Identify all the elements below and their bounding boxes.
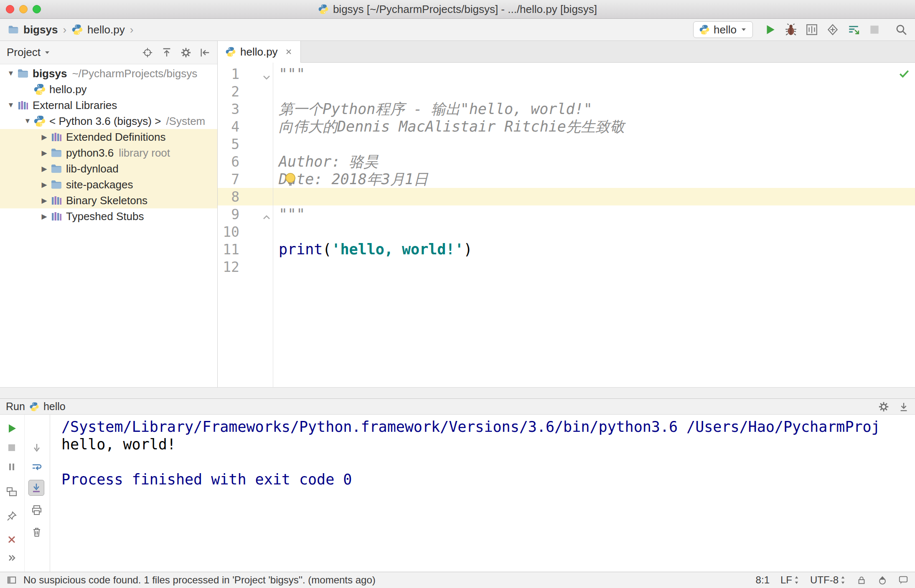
- code-text[interactable]: [273, 135, 279, 153]
- gutter[interactable]: 11: [218, 241, 273, 258]
- pause-output-button[interactable]: [4, 459, 20, 475]
- fold-top-icon[interactable]: [262, 68, 272, 79]
- run-panel-title[interactable]: Run: [6, 400, 25, 413]
- tree-item-python-3-6-bigsys[interactable]: ▼< Python 3.6 (bigsys) >/System: [0, 113, 217, 129]
- stop-process-button[interactable]: [4, 440, 20, 456]
- caret-right-icon[interactable]: ▶: [38, 165, 50, 173]
- restore-layout-button[interactable]: [4, 484, 20, 500]
- pin-tab-button[interactable]: [4, 508, 20, 524]
- editor-line-3[interactable]: 3第一个Python程序 - 输出"hello, world!": [218, 100, 915, 118]
- lock-icon[interactable]: [857, 575, 867, 585]
- profiler-button[interactable]: [847, 23, 860, 36]
- gutter[interactable]: 10: [218, 223, 273, 241]
- editor-line-2[interactable]: 2: [218, 83, 915, 100]
- soft-wrap-button[interactable]: [29, 459, 45, 475]
- code-text[interactable]: 向伟大的Dennis MacAlistair Ritchie先生致敬: [273, 118, 625, 135]
- console-line[interactable]: /System/Library/Frameworks/Python.framew…: [61, 418, 915, 436]
- caret-down-icon[interactable]: ▼: [5, 69, 17, 78]
- console-line[interactable]: [61, 453, 915, 471]
- caret-position-widget[interactable]: 8:1: [756, 574, 770, 586]
- code-text[interactable]: print('hello, world!'): [273, 241, 473, 258]
- caret-down-icon[interactable]: ▼: [5, 101, 17, 109]
- breadcrumb-bigsys[interactable]: bigsys: [23, 23, 58, 36]
- console-output[interactable]: /System/Library/Frameworks/Python.framew…: [50, 415, 915, 572]
- caret-down-icon[interactable]: ▼: [22, 117, 33, 125]
- editor-line-1[interactable]: 1""": [218, 65, 915, 83]
- tab-hello-py[interactable]: hello.py: [218, 41, 301, 63]
- inspection-ok-icon[interactable]: [898, 66, 910, 78]
- close-run-tab-button[interactable]: [4, 532, 20, 547]
- code-text[interactable]: 第一个Python程序 - 输出"hello, world!": [273, 100, 592, 118]
- editor-line-4[interactable]: 4向伟大的Dennis MacAlistair Ritchie先生致敬: [218, 118, 915, 135]
- more-options-button[interactable]: [4, 550, 20, 566]
- close-window-button[interactable]: [6, 5, 14, 13]
- gutter[interactable]: 7: [218, 170, 273, 188]
- gutter[interactable]: 9: [218, 205, 273, 223]
- tree-item-lib-dynload[interactable]: ▶lib-dynload: [0, 161, 217, 177]
- editor-line-8[interactable]: 8: [218, 188, 915, 205]
- caret-right-icon[interactable]: ▶: [38, 180, 50, 189]
- hector-inspector-icon[interactable]: [877, 575, 887, 585]
- caret-right-icon[interactable]: ▶: [38, 149, 50, 157]
- locate-file-button[interactable]: [142, 47, 153, 58]
- breadcrumb-hello-py[interactable]: hello.py: [87, 23, 125, 36]
- gutter[interactable]: 2: [218, 83, 273, 100]
- run-with-coverage-button[interactable]: [806, 23, 818, 36]
- rerun-button[interactable]: [4, 421, 20, 436]
- hide-panel-button[interactable]: [200, 47, 211, 58]
- caret-right-icon[interactable]: ▶: [38, 196, 50, 205]
- minimize-window-button[interactable]: [19, 5, 28, 13]
- tree-item-hello-py[interactable]: hello.py: [0, 81, 217, 97]
- intention-bulb-icon[interactable]: [284, 172, 297, 188]
- stop-button[interactable]: [868, 23, 881, 36]
- run-settings-gear-button[interactable]: [878, 401, 889, 412]
- hide-run-panel-button[interactable]: [898, 401, 909, 412]
- run-button[interactable]: [764, 23, 776, 36]
- print-button[interactable]: [29, 502, 45, 518]
- toolwindow-toggle-icon[interactable]: [7, 575, 17, 585]
- gutter[interactable]: 6: [218, 153, 273, 170]
- gutter[interactable]: 4: [218, 118, 273, 135]
- editor-line-12[interactable]: 12: [218, 258, 915, 276]
- tree-item-typeshed-stubs[interactable]: ▶Typeshed Stubs: [0, 208, 217, 224]
- tree-item-external-libraries[interactable]: ▼External Libraries: [0, 97, 217, 113]
- gutter[interactable]: 12: [218, 258, 273, 276]
- gutter[interactable]: 8: [218, 188, 273, 205]
- project-panel-title[interactable]: Project: [7, 46, 41, 59]
- code-text[interactable]: [273, 258, 279, 276]
- code-text[interactable]: [273, 223, 279, 241]
- run-configuration-select[interactable]: hello: [693, 21, 753, 38]
- code-text[interactable]: Author: 骆昊: [273, 153, 379, 170]
- encoding-widget[interactable]: UTF-8: [810, 574, 846, 586]
- clear-all-button[interactable]: [29, 524, 45, 540]
- editor-line-10[interactable]: 10: [218, 223, 915, 241]
- editor-line-7[interactable]: 7Date: 2018年3月1日: [218, 170, 915, 188]
- editor-line-11[interactable]: 11print('hello, world!'): [218, 241, 915, 258]
- editor-line-6[interactable]: 6Author: 骆昊: [218, 153, 915, 170]
- tree-item-extended-definitions[interactable]: ▶Extended Definitions: [0, 129, 217, 145]
- chevron-down-icon[interactable]: [44, 49, 51, 56]
- console-line[interactable]: hello, world!: [61, 436, 915, 453]
- close-tab-icon[interactable]: [285, 48, 293, 56]
- caret-right-icon[interactable]: ▶: [38, 133, 50, 142]
- gutter[interactable]: 3: [218, 100, 273, 118]
- gutter[interactable]: 1: [218, 65, 273, 83]
- code-text[interactable]: [273, 188, 279, 205]
- tree-item-binary-skeletons[interactable]: ▶Binary Skeletons: [0, 193, 217, 208]
- search-everywhere-button[interactable]: [895, 23, 907, 36]
- code-text[interactable]: """: [273, 65, 305, 83]
- line-separator-widget[interactable]: LF: [780, 574, 799, 586]
- collapse-all-button[interactable]: [161, 47, 172, 58]
- code-text[interactable]: """: [273, 205, 305, 223]
- tree-item-site-packages[interactable]: ▶site-packages: [0, 177, 217, 193]
- gutter[interactable]: 5: [218, 135, 273, 153]
- down-stack-trace-button[interactable]: [29, 440, 45, 456]
- project-settings-gear-button[interactable]: [180, 47, 191, 58]
- fullscreen-window-button[interactable]: [33, 5, 41, 13]
- tree-item-python3-6[interactable]: ▶python3.6library root: [0, 145, 217, 161]
- concurrency-diagram-button[interactable]: [826, 23, 839, 36]
- scroll-to-end-button[interactable]: [28, 480, 44, 496]
- event-log-icon[interactable]: [898, 575, 908, 585]
- fold-bottom-icon[interactable]: [262, 209, 272, 219]
- code-editor[interactable]: 1"""23第一个Python程序 - 输出"hello, world!"4向伟…: [218, 63, 915, 387]
